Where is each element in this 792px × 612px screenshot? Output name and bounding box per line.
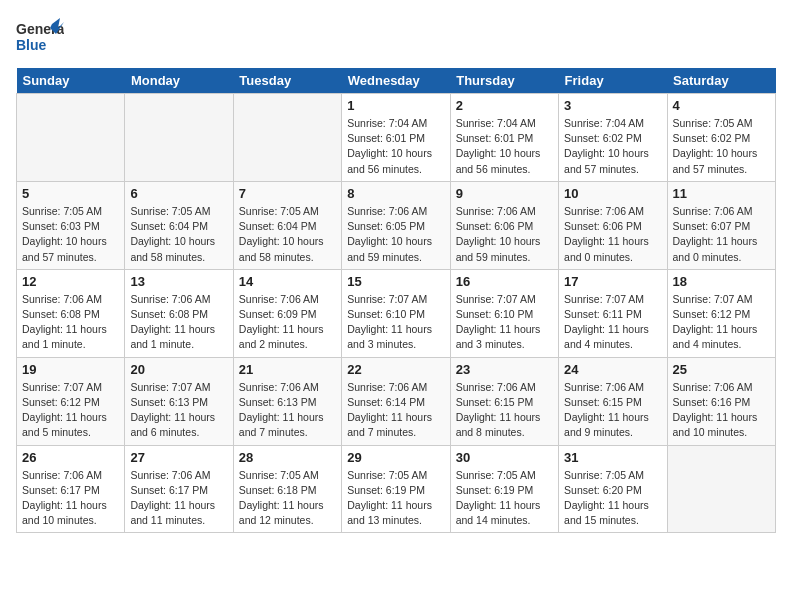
date-number: 16	[456, 274, 553, 289]
date-number: 30	[456, 450, 553, 465]
week-row-4: 19Sunrise: 7:07 AM Sunset: 6:12 PM Dayli…	[17, 357, 776, 445]
calendar-cell: 10Sunrise: 7:06 AM Sunset: 6:06 PM Dayli…	[559, 181, 667, 269]
calendar-cell: 9Sunrise: 7:06 AM Sunset: 6:06 PM Daylig…	[450, 181, 558, 269]
date-number: 19	[22, 362, 119, 377]
day-info: Sunrise: 7:05 AM Sunset: 6:19 PM Dayligh…	[347, 468, 444, 529]
date-number: 1	[347, 98, 444, 113]
calendar-body: 1Sunrise: 7:04 AM Sunset: 6:01 PM Daylig…	[17, 94, 776, 533]
day-info: Sunrise: 7:07 AM Sunset: 6:10 PM Dayligh…	[347, 292, 444, 353]
calendar-container: General Blue SundayMondayTuesdayWednesda…	[0, 0, 792, 549]
day-info: Sunrise: 7:06 AM Sunset: 6:15 PM Dayligh…	[456, 380, 553, 441]
week-row-3: 12Sunrise: 7:06 AM Sunset: 6:08 PM Dayli…	[17, 269, 776, 357]
day-info: Sunrise: 7:05 AM Sunset: 6:02 PM Dayligh…	[673, 116, 770, 177]
calendar-cell: 16Sunrise: 7:07 AM Sunset: 6:10 PM Dayli…	[450, 269, 558, 357]
date-number: 6	[130, 186, 227, 201]
day-header-tuesday: Tuesday	[233, 68, 341, 94]
week-row-1: 1Sunrise: 7:04 AM Sunset: 6:01 PM Daylig…	[17, 94, 776, 182]
day-info: Sunrise: 7:06 AM Sunset: 6:16 PM Dayligh…	[673, 380, 770, 441]
date-number: 20	[130, 362, 227, 377]
day-header-sunday: Sunday	[17, 68, 125, 94]
calendar-cell: 30Sunrise: 7:05 AM Sunset: 6:19 PM Dayli…	[450, 445, 558, 533]
day-info: Sunrise: 7:07 AM Sunset: 6:10 PM Dayligh…	[456, 292, 553, 353]
date-number: 31	[564, 450, 661, 465]
day-header-wednesday: Wednesday	[342, 68, 450, 94]
calendar-cell: 25Sunrise: 7:06 AM Sunset: 6:16 PM Dayli…	[667, 357, 775, 445]
calendar-cell: 18Sunrise: 7:07 AM Sunset: 6:12 PM Dayli…	[667, 269, 775, 357]
calendar-cell: 26Sunrise: 7:06 AM Sunset: 6:17 PM Dayli…	[17, 445, 125, 533]
day-info: Sunrise: 7:05 AM Sunset: 6:19 PM Dayligh…	[456, 468, 553, 529]
calendar-cell: 29Sunrise: 7:05 AM Sunset: 6:19 PM Dayli…	[342, 445, 450, 533]
day-info: Sunrise: 7:05 AM Sunset: 6:20 PM Dayligh…	[564, 468, 661, 529]
svg-text:Blue: Blue	[16, 37, 47, 53]
calendar-cell: 14Sunrise: 7:06 AM Sunset: 6:09 PM Dayli…	[233, 269, 341, 357]
date-number: 28	[239, 450, 336, 465]
days-header-row: SundayMondayTuesdayWednesdayThursdayFrid…	[17, 68, 776, 94]
calendar-cell: 20Sunrise: 7:07 AM Sunset: 6:13 PM Dayli…	[125, 357, 233, 445]
calendar-cell: 24Sunrise: 7:06 AM Sunset: 6:15 PM Dayli…	[559, 357, 667, 445]
day-info: Sunrise: 7:05 AM Sunset: 6:04 PM Dayligh…	[239, 204, 336, 265]
day-info: Sunrise: 7:06 AM Sunset: 6:09 PM Dayligh…	[239, 292, 336, 353]
date-number: 25	[673, 362, 770, 377]
day-info: Sunrise: 7:06 AM Sunset: 6:08 PM Dayligh…	[130, 292, 227, 353]
day-info: Sunrise: 7:06 AM Sunset: 6:06 PM Dayligh…	[564, 204, 661, 265]
date-number: 9	[456, 186, 553, 201]
day-info: Sunrise: 7:06 AM Sunset: 6:14 PM Dayligh…	[347, 380, 444, 441]
calendar-cell: 28Sunrise: 7:05 AM Sunset: 6:18 PM Dayli…	[233, 445, 341, 533]
date-number: 4	[673, 98, 770, 113]
date-number: 23	[456, 362, 553, 377]
calendar-cell: 7Sunrise: 7:05 AM Sunset: 6:04 PM Daylig…	[233, 181, 341, 269]
day-info: Sunrise: 7:06 AM Sunset: 6:17 PM Dayligh…	[22, 468, 119, 529]
day-info: Sunrise: 7:06 AM Sunset: 6:07 PM Dayligh…	[673, 204, 770, 265]
calendar-cell: 12Sunrise: 7:06 AM Sunset: 6:08 PM Dayli…	[17, 269, 125, 357]
date-number: 24	[564, 362, 661, 377]
calendar-cell: 21Sunrise: 7:06 AM Sunset: 6:13 PM Dayli…	[233, 357, 341, 445]
day-header-monday: Monday	[125, 68, 233, 94]
day-info: Sunrise: 7:05 AM Sunset: 6:18 PM Dayligh…	[239, 468, 336, 529]
calendar-cell: 15Sunrise: 7:07 AM Sunset: 6:10 PM Dayli…	[342, 269, 450, 357]
calendar-cell: 13Sunrise: 7:06 AM Sunset: 6:08 PM Dayli…	[125, 269, 233, 357]
logo: General Blue	[16, 16, 64, 56]
calendar-cell: 8Sunrise: 7:06 AM Sunset: 6:05 PM Daylig…	[342, 181, 450, 269]
date-number: 13	[130, 274, 227, 289]
calendar-cell: 11Sunrise: 7:06 AM Sunset: 6:07 PM Dayli…	[667, 181, 775, 269]
calendar-cell: 17Sunrise: 7:07 AM Sunset: 6:11 PM Dayli…	[559, 269, 667, 357]
calendar-cell	[667, 445, 775, 533]
date-number: 10	[564, 186, 661, 201]
day-info: Sunrise: 7:05 AM Sunset: 6:04 PM Dayligh…	[130, 204, 227, 265]
calendar-cell: 31Sunrise: 7:05 AM Sunset: 6:20 PM Dayli…	[559, 445, 667, 533]
date-number: 29	[347, 450, 444, 465]
calendar-cell: 23Sunrise: 7:06 AM Sunset: 6:15 PM Dayli…	[450, 357, 558, 445]
calendar-cell: 19Sunrise: 7:07 AM Sunset: 6:12 PM Dayli…	[17, 357, 125, 445]
day-info: Sunrise: 7:07 AM Sunset: 6:12 PM Dayligh…	[22, 380, 119, 441]
calendar-cell	[17, 94, 125, 182]
day-info: Sunrise: 7:07 AM Sunset: 6:12 PM Dayligh…	[673, 292, 770, 353]
date-number: 7	[239, 186, 336, 201]
week-row-2: 5Sunrise: 7:05 AM Sunset: 6:03 PM Daylig…	[17, 181, 776, 269]
calendar-cell: 5Sunrise: 7:05 AM Sunset: 6:03 PM Daylig…	[17, 181, 125, 269]
calendar-cell	[233, 94, 341, 182]
date-number: 12	[22, 274, 119, 289]
day-info: Sunrise: 7:06 AM Sunset: 6:06 PM Dayligh…	[456, 204, 553, 265]
calendar-cell: 27Sunrise: 7:06 AM Sunset: 6:17 PM Dayli…	[125, 445, 233, 533]
date-number: 17	[564, 274, 661, 289]
date-number: 8	[347, 186, 444, 201]
day-header-saturday: Saturday	[667, 68, 775, 94]
day-info: Sunrise: 7:06 AM Sunset: 6:13 PM Dayligh…	[239, 380, 336, 441]
day-info: Sunrise: 7:07 AM Sunset: 6:13 PM Dayligh…	[130, 380, 227, 441]
day-header-thursday: Thursday	[450, 68, 558, 94]
date-number: 22	[347, 362, 444, 377]
calendar-cell	[125, 94, 233, 182]
calendar-cell: 3Sunrise: 7:04 AM Sunset: 6:02 PM Daylig…	[559, 94, 667, 182]
week-row-5: 26Sunrise: 7:06 AM Sunset: 6:17 PM Dayli…	[17, 445, 776, 533]
day-info: Sunrise: 7:05 AM Sunset: 6:03 PM Dayligh…	[22, 204, 119, 265]
calendar-table: SundayMondayTuesdayWednesdayThursdayFrid…	[16, 68, 776, 533]
calendar-cell: 1Sunrise: 7:04 AM Sunset: 6:01 PM Daylig…	[342, 94, 450, 182]
day-info: Sunrise: 7:06 AM Sunset: 6:08 PM Dayligh…	[22, 292, 119, 353]
date-number: 11	[673, 186, 770, 201]
date-number: 18	[673, 274, 770, 289]
date-number: 15	[347, 274, 444, 289]
calendar-cell: 4Sunrise: 7:05 AM Sunset: 6:02 PM Daylig…	[667, 94, 775, 182]
date-number: 3	[564, 98, 661, 113]
day-info: Sunrise: 7:06 AM Sunset: 6:15 PM Dayligh…	[564, 380, 661, 441]
calendar-cell: 6Sunrise: 7:05 AM Sunset: 6:04 PM Daylig…	[125, 181, 233, 269]
